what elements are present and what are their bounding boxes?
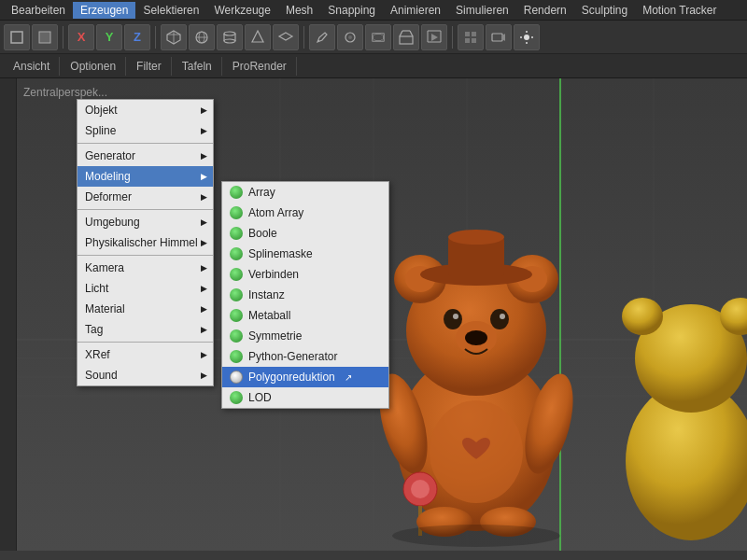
- menu-generator[interactable]: Generator: [78, 146, 213, 166]
- submenu-python-generator[interactable]: Python-Generator: [222, 346, 388, 367]
- svg-point-59: [444, 309, 462, 329]
- menu-werkzeuge[interactable]: Werkzeuge: [206, 2, 277, 19]
- submenu-polygonreduktion[interactable]: Polygonreduktion ↗: [222, 367, 388, 387]
- menu-xref[interactable]: XRef: [78, 344, 213, 365]
- atom-array-label: Atom Array: [248, 206, 303, 219]
- cube-tool[interactable]: [161, 24, 187, 50]
- menu-umgebung[interactable]: Umgebung: [78, 212, 213, 232]
- menu-spline[interactable]: Spline: [78, 120, 213, 141]
- metaball-icon: [230, 309, 243, 322]
- menu-erzeugen[interactable]: Erzeugen: [73, 2, 135, 19]
- menu-animieren[interactable]: Animieren: [383, 2, 448, 19]
- submenu-array[interactable]: Array: [222, 182, 388, 203]
- sep-1: [78, 143, 213, 144]
- menu-deformer[interactable]: Deformer: [78, 187, 213, 207]
- menu-selektieren[interactable]: Selektieren: [135, 2, 206, 19]
- axis-y-btn[interactable]: Y: [96, 24, 122, 50]
- menu-objekt-label: Objekt: [85, 104, 118, 117]
- tab-filter[interactable]: Filter: [127, 57, 172, 76]
- clap-tool[interactable]: [393, 24, 419, 50]
- tab-optionen[interactable]: Optionen: [61, 57, 126, 76]
- sep-2: [78, 209, 213, 210]
- menu-bearbeiten[interactable]: Bearbeiten: [4, 2, 73, 19]
- symmetrie-label: Symmetrie: [248, 329, 302, 343]
- svg-point-60: [490, 309, 509, 329]
- submenu-atom-array[interactable]: Atom Array: [222, 203, 388, 223]
- menu-snapping[interactable]: Snapping: [320, 2, 383, 19]
- menu-kamera[interactable]: Kamera: [78, 258, 213, 278]
- menu-physhimmel[interactable]: Physikalischer Himmel: [78, 232, 213, 253]
- verbinden-label: Verbinden: [248, 268, 299, 281]
- svg-point-34: [524, 35, 529, 40]
- menu-sound[interactable]: Sound: [78, 365, 213, 385]
- main-viewport-area: Zentralperspek... Objekt Spline Generato…: [0, 78, 747, 551]
- menu-motion-tracker[interactable]: Motion Tracker: [635, 2, 724, 19]
- menu-modeling-label: Modeling: [85, 170, 131, 183]
- paint-tool[interactable]: [337, 24, 363, 50]
- cone-tool[interactable]: [245, 24, 271, 50]
- y-icon: Y: [106, 30, 114, 44]
- svg-rect-32: [492, 34, 502, 41]
- sep-4: [78, 342, 213, 343]
- menu-modeling[interactable]: Modeling: [78, 166, 213, 187]
- svg-rect-31: [472, 38, 476, 43]
- z-icon: Z: [134, 30, 141, 44]
- submenu-boole[interactable]: Boole: [222, 223, 388, 244]
- submenu-splinemaske[interactable]: Splinemaske: [222, 244, 388, 264]
- camera-btn[interactable]: [486, 24, 512, 50]
- erzeugen-dropdown[interactable]: Objekt Spline Generator Modeling Deforme…: [77, 99, 214, 386]
- python-generator-icon: [230, 350, 243, 363]
- svg-point-62: [500, 314, 505, 319]
- modeling-submenu[interactable]: Array Atom Array Boole Splinemaske Verbi…: [221, 181, 389, 409]
- sep1: [63, 26, 63, 49]
- menu-umgebung-label: Umgebung: [85, 216, 140, 229]
- submenu-metaball[interactable]: Metaball: [222, 305, 388, 326]
- menu-spline-label: Spline: [85, 124, 116, 137]
- svg-point-75: [622, 298, 663, 335]
- svg-point-16: [348, 35, 352, 39]
- submenu-verbinden[interactable]: Verbinden: [222, 264, 388, 285]
- tab-tafeln[interactable]: Tafeln: [173, 57, 222, 76]
- svg-point-8: [224, 32, 235, 35]
- instanz-label: Instanz: [248, 288, 285, 301]
- tab-ansicht[interactable]: Ansicht: [4, 57, 60, 76]
- menu-bar: Bearbeiten Erzeugen Selektieren Werkzeug…: [0, 0, 747, 21]
- axis-z-btn[interactable]: Z: [124, 24, 150, 50]
- svg-point-64: [465, 330, 487, 345]
- submenu-lod[interactable]: LOD: [222, 387, 388, 408]
- svg-rect-20: [373, 39, 375, 41]
- light-btn[interactable]: [514, 24, 540, 50]
- menu-generator-label: Generator: [85, 149, 135, 162]
- toolbar-secondary: Ansicht Optionen Filter Tafeln ProRender: [0, 54, 747, 78]
- menu-licht[interactable]: Licht: [78, 278, 213, 299]
- splinemaske-label: Splinemaske: [248, 247, 313, 260]
- pencil-tool[interactable]: [309, 24, 335, 50]
- menu-tag[interactable]: Tag: [78, 319, 213, 340]
- menu-rendern[interactable]: Rendern: [516, 2, 574, 19]
- menu-mesh[interactable]: Mesh: [278, 2, 320, 19]
- toolbar-main: X Y Z: [0, 21, 747, 54]
- array-icon: [230, 186, 243, 199]
- menu-tag-label: Tag: [85, 323, 103, 336]
- submenu-instanz[interactable]: Instanz: [222, 285, 388, 305]
- svg-marker-12: [252, 31, 263, 42]
- sphere-tool[interactable]: [189, 24, 215, 50]
- svg-point-58: [448, 230, 504, 245]
- menu-objekt[interactable]: Objekt: [78, 100, 213, 120]
- plane-tool[interactable]: [273, 24, 299, 50]
- film-tool[interactable]: [365, 24, 391, 50]
- menu-simulieren[interactable]: Simulieren: [448, 2, 516, 19]
- cylinder-tool[interactable]: [217, 24, 243, 50]
- axis-x-btn[interactable]: X: [68, 24, 94, 50]
- grid-btn[interactable]: [458, 24, 484, 50]
- mode-btn-2[interactable]: [32, 24, 58, 50]
- menu-material[interactable]: Material: [78, 299, 213, 319]
- mode-btn-1[interactable]: [4, 24, 30, 50]
- menu-sculpting[interactable]: Sculpting: [574, 2, 635, 19]
- svg-rect-19: [381, 34, 384, 35]
- svg-rect-29: [472, 32, 476, 36]
- polygonreduktion-icon: [230, 371, 243, 384]
- tab-prorender[interactable]: ProRender: [223, 57, 297, 76]
- render-btn[interactable]: [421, 24, 447, 50]
- submenu-symmetrie[interactable]: Symmetrie: [222, 326, 388, 346]
